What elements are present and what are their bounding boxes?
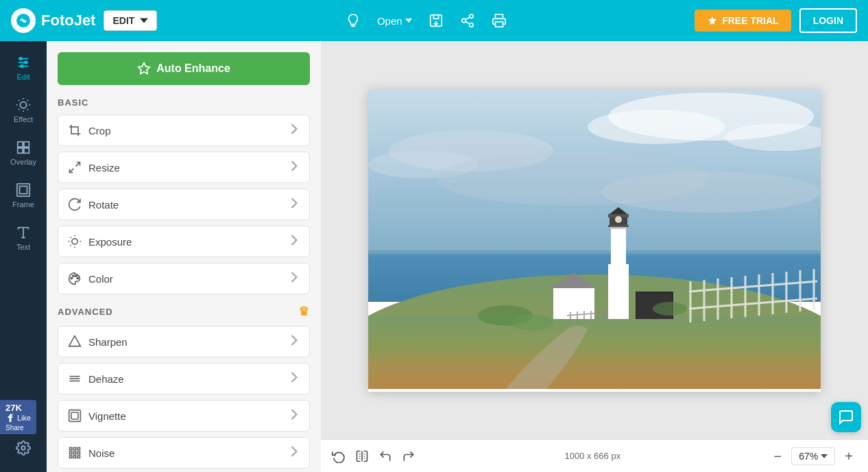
rotate-chevron xyxy=(289,198,300,211)
exposure-tool-left: Exposure xyxy=(68,235,132,248)
open-button[interactable]: Open xyxy=(377,15,412,27)
noise-tool[interactable]: Noise xyxy=(58,437,310,469)
svg-rect-56 xyxy=(77,448,80,450)
edit-dropdown[interactable]: EDIT xyxy=(104,10,157,31)
zoom-in-button[interactable]: + xyxy=(841,448,857,464)
save-icon-header[interactable] xyxy=(429,13,444,28)
sharpen-label: Sharpen xyxy=(88,336,128,348)
svg-point-12 xyxy=(20,58,23,60)
undo-icon[interactable] xyxy=(378,449,392,463)
idea-icon-header[interactable] xyxy=(346,13,361,28)
svg-rect-29 xyxy=(20,187,27,194)
rotate-tool[interactable]: Rotate xyxy=(58,189,310,220)
svg-point-101 xyxy=(653,302,687,316)
login-label: LOGIN xyxy=(813,15,843,26)
svg-rect-62 xyxy=(77,456,80,458)
sharpen-chevron xyxy=(289,335,300,349)
svg-point-15 xyxy=(20,102,26,108)
zoom-out-button[interactable]: − xyxy=(770,448,786,464)
svg-point-14 xyxy=(21,65,23,68)
sidebar-item-text-label: Text xyxy=(16,243,30,251)
color-chevron xyxy=(289,272,300,285)
sidebar-item-text[interactable]: Text xyxy=(0,217,47,259)
chat-button[interactable] xyxy=(831,402,861,432)
resize-chevron xyxy=(289,161,300,174)
rotate-label: Rotate xyxy=(88,199,119,211)
print-icon-header[interactable] xyxy=(492,13,507,28)
zoom-display[interactable]: 67% xyxy=(791,447,835,465)
svg-line-35 xyxy=(76,163,80,167)
logo-icon xyxy=(11,8,36,33)
svg-marker-33 xyxy=(138,63,150,74)
login-button[interactable]: LOGIN xyxy=(799,8,857,33)
sidebar-item-effect-label: Effect xyxy=(14,115,33,123)
exposure-tool[interactable]: Exposure xyxy=(58,226,310,257)
svg-point-46 xyxy=(75,275,77,277)
refresh-icon[interactable] xyxy=(332,449,346,463)
dehaze-tool[interactable]: Dehaze xyxy=(58,363,310,394)
logo: FotoJet xyxy=(11,8,95,33)
vignette-label: Vignette xyxy=(88,410,126,422)
auto-enhance-button[interactable]: Auto Enhance xyxy=(58,52,310,85)
svg-point-1 xyxy=(22,19,25,22)
svg-point-32 xyxy=(21,446,25,450)
free-trial-label: FREE TRIAL xyxy=(722,15,778,26)
advanced-section-title: ADVANCED ♛ xyxy=(58,304,310,319)
crop-chevron xyxy=(289,123,300,137)
svg-rect-59 xyxy=(77,451,80,453)
svg-point-65 xyxy=(588,110,725,144)
basic-section-title: BASIC xyxy=(58,97,310,108)
exposure-chevron xyxy=(289,235,300,248)
svg-point-47 xyxy=(77,277,79,279)
sidebar-item-frame[interactable]: Frame xyxy=(0,174,47,217)
resize-label: Resize xyxy=(88,162,120,174)
header: FotoJet EDIT Open xyxy=(0,0,868,41)
header-left: FotoJet EDIT xyxy=(11,8,157,33)
sidebar-item-overlay[interactable]: Overlay xyxy=(0,132,47,174)
svg-marker-48 xyxy=(69,336,81,346)
vignette-tool[interactable]: Vignette xyxy=(58,400,310,432)
svg-rect-91 xyxy=(608,264,629,319)
share-icon-header[interactable] xyxy=(460,13,475,28)
noise-tool-left: Noise xyxy=(68,446,114,460)
open-label: Open xyxy=(377,15,402,27)
fb-count: 27K xyxy=(5,403,31,413)
svg-point-45 xyxy=(73,275,75,277)
color-tool[interactable]: Color xyxy=(58,263,310,294)
dehaze-chevron xyxy=(289,372,300,386)
svg-rect-34 xyxy=(71,127,78,134)
svg-rect-74 xyxy=(368,316,821,389)
svg-rect-72 xyxy=(368,250,821,256)
sharpen-tool[interactable]: Sharpen xyxy=(58,326,310,357)
svg-rect-26 xyxy=(18,148,23,153)
sidebar-item-settings[interactable] xyxy=(0,432,47,464)
sharpen-tool-left: Sharpen xyxy=(68,335,128,349)
noise-chevron xyxy=(289,446,300,460)
fb-share: Share xyxy=(5,424,31,432)
svg-line-40 xyxy=(71,237,71,238)
svg-rect-55 xyxy=(73,448,75,450)
sidebar-item-effect[interactable]: Effect xyxy=(0,89,47,132)
svg-point-5 xyxy=(469,23,473,27)
crop-tool[interactable]: Crop xyxy=(58,115,310,146)
header-center: Open xyxy=(346,13,507,28)
redo-icon[interactable] xyxy=(402,449,415,463)
sidebar-item-edit[interactable]: Edit xyxy=(0,47,47,89)
auto-enhance-label: Auto Enhance xyxy=(156,62,230,75)
svg-point-100 xyxy=(512,314,553,331)
exposure-label: Exposure xyxy=(88,236,132,248)
color-tool-left: Color xyxy=(68,272,113,285)
sidebar-item-edit-label: Edit xyxy=(17,73,30,81)
zoom-controls: − 67% + xyxy=(770,447,857,465)
facebook-widget[interactable]: 27K Like Share xyxy=(0,400,36,434)
resize-tool[interactable]: Resize xyxy=(58,152,310,183)
header-right: FREE TRIAL LOGIN xyxy=(695,8,857,33)
crop-tool-left: Crop xyxy=(68,123,111,137)
svg-point-37 xyxy=(72,239,77,244)
bottom-bar: 1000 x 666 px − 67% + xyxy=(321,439,868,472)
vignette-chevron xyxy=(289,409,300,423)
dimensions-text: 1000 x 666 px xyxy=(564,451,620,461)
compare-icon[interactable] xyxy=(355,449,369,463)
free-trial-button[interactable]: FREE TRIAL xyxy=(695,10,791,32)
svg-point-98 xyxy=(615,216,622,223)
